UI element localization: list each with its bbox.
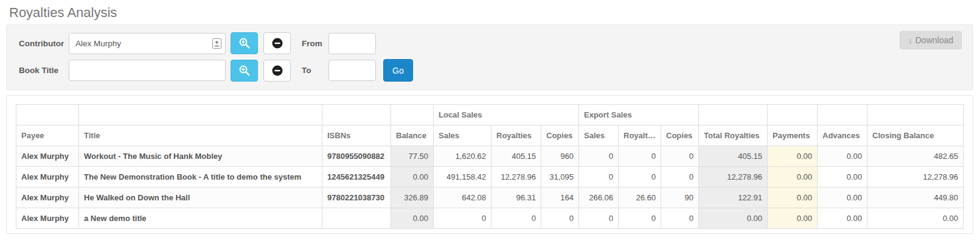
cell-local-copies: 164 bbox=[541, 188, 579, 208]
to-input[interactable] bbox=[328, 60, 376, 81]
cell-title: The New Demonstration Book - A title to … bbox=[79, 167, 322, 188]
table-body: Alex MurphyWorkout - The Music of Hank M… bbox=[16, 146, 964, 229]
cell-title: a New demo title bbox=[79, 208, 322, 229]
cell-total-royalties: 0.00 bbox=[699, 208, 768, 229]
group-header-empty bbox=[322, 105, 391, 125]
col-header-title: Title bbox=[79, 125, 322, 146]
cell-payments: 0.00 bbox=[768, 146, 818, 167]
go-button[interactable]: Go bbox=[383, 59, 413, 82]
filter-panel: Contributor bbox=[6, 24, 973, 90]
book-title-input[interactable] bbox=[69, 60, 226, 81]
cell-closing-balance: 482.65 bbox=[867, 146, 964, 167]
cell-local-copies: 0 bbox=[541, 208, 579, 229]
group-header-empty bbox=[16, 105, 79, 125]
cell-isbns: 9780221038730 bbox=[322, 188, 391, 208]
download-button-label: Download bbox=[916, 35, 953, 45]
group-header-empty bbox=[391, 105, 434, 125]
contact-card-icon[interactable] bbox=[212, 38, 221, 49]
cell-balance: 0.00 bbox=[391, 167, 434, 188]
cell-export-royalties: 26.60 bbox=[619, 188, 661, 208]
from-label: From bbox=[302, 39, 328, 48]
cell-closing-balance: 0.00 bbox=[867, 208, 964, 229]
group-header-empty bbox=[768, 105, 818, 125]
table-row: Alex MurphyWorkout - The Music of Hank M… bbox=[16, 146, 964, 167]
cell-payee: Alex Murphy bbox=[16, 188, 79, 208]
to-label: To bbox=[302, 66, 328, 75]
col-header-payments: Payments bbox=[768, 125, 818, 146]
cell-payee: Alex Murphy bbox=[16, 208, 79, 229]
group-header-local-sales: Local Sales bbox=[434, 105, 579, 125]
book-title-label: Book Title bbox=[19, 66, 69, 75]
cell-total-royalties: 12,278.96 bbox=[699, 167, 768, 188]
cell-closing-balance: 449.80 bbox=[867, 188, 964, 208]
cell-advances: 0.00 bbox=[818, 208, 867, 229]
col-header-local-sales: Sales bbox=[434, 125, 492, 146]
minus-circle-icon bbox=[271, 65, 283, 77]
cell-advances: 0.00 bbox=[818, 167, 867, 188]
cell-title: He Walked on Down the Hall bbox=[79, 188, 322, 208]
cell-isbns: 9780955090882 bbox=[322, 146, 391, 167]
cell-export-sales: 0 bbox=[579, 146, 619, 167]
contributor-remove-button[interactable] bbox=[263, 32, 291, 54]
cell-local-royalties: 405.15 bbox=[492, 146, 541, 167]
cell-closing-balance: 12,278.96 bbox=[867, 167, 964, 188]
royalties-analysis-page: Royalties Analysis Contributor bbox=[0, 0, 980, 246]
table-row: Alex Murphya New demo title0.000000000.0… bbox=[16, 208, 964, 229]
col-header-local-royalties: Royalties bbox=[492, 125, 541, 146]
download-button[interactable]: ↓ Download bbox=[900, 31, 962, 49]
cell-local-sales: 642.08 bbox=[434, 188, 492, 208]
cell-total-royalties: 122.91 bbox=[699, 188, 768, 208]
col-header-isbns: ISBNs bbox=[322, 125, 391, 146]
cell-payments: 0.00 bbox=[768, 208, 818, 229]
cell-local-sales: 0 bbox=[434, 208, 492, 229]
contributor-label: Contributor bbox=[19, 39, 69, 48]
book-title-search-button[interactable] bbox=[231, 60, 258, 82]
cell-local-royalties: 96.31 bbox=[492, 188, 541, 208]
table-row: Alex MurphyHe Walked on Down the Hall978… bbox=[16, 188, 964, 208]
col-header-total-royalties: Total Royalties bbox=[699, 125, 768, 146]
book-title-remove-button[interactable] bbox=[263, 60, 291, 82]
col-header-export-royalties: Royalties bbox=[619, 125, 661, 146]
cell-payee: Alex Murphy bbox=[16, 146, 79, 167]
group-header-row: Local Sales Export Sales bbox=[16, 105, 964, 125]
cell-local-copies: 960 bbox=[541, 146, 579, 167]
column-header-row: Payee Title ISBNs Balance Sales Royaltie… bbox=[16, 125, 964, 146]
contributor-input[interactable] bbox=[69, 33, 226, 54]
cell-balance: 326.89 bbox=[391, 188, 434, 208]
down-arrow-icon: ↓ bbox=[908, 36, 912, 45]
cell-local-copies: 31,095 bbox=[541, 167, 579, 188]
book-title-filter-row: Book Title To Go bbox=[19, 59, 413, 82]
royalties-table-panel: Local Sales Export Sales Payee Title ISB… bbox=[6, 95, 973, 234]
col-header-local-copies: Copies bbox=[541, 125, 579, 146]
cell-local-royalties: 0 bbox=[492, 208, 541, 229]
col-header-export-sales: Sales bbox=[579, 125, 619, 146]
cell-advances: 0.00 bbox=[818, 188, 867, 208]
cell-payments: 0.00 bbox=[768, 188, 818, 208]
group-header-empty bbox=[699, 105, 768, 125]
col-header-balance: Balance bbox=[391, 125, 434, 146]
group-header-empty bbox=[79, 105, 322, 125]
minus-circle-icon bbox=[271, 37, 283, 49]
col-header-export-copies: Copies bbox=[661, 125, 699, 146]
group-header-empty bbox=[867, 105, 964, 125]
cell-export-copies: 90 bbox=[661, 188, 699, 208]
cell-payments: 0.00 bbox=[768, 167, 818, 188]
from-input[interactable] bbox=[328, 33, 376, 54]
contributor-filter-row: Contributor bbox=[19, 32, 376, 54]
cell-export-copies: 0 bbox=[661, 167, 699, 188]
cell-local-royalties: 12,278.96 bbox=[492, 167, 541, 188]
cell-payee: Alex Murphy bbox=[16, 167, 79, 188]
group-header-empty bbox=[818, 105, 867, 125]
cell-isbns: 1245621325449 bbox=[322, 167, 391, 188]
magnifier-plus-icon bbox=[238, 37, 251, 49]
page-title: Royalties Analysis bbox=[9, 5, 117, 21]
col-header-payee: Payee bbox=[16, 125, 79, 146]
cell-advances: 0.00 bbox=[818, 146, 867, 167]
cell-export-sales: 0 bbox=[579, 208, 619, 229]
cell-local-sales: 491,158.42 bbox=[434, 167, 492, 188]
table-row: Alex MurphyThe New Demonstration Book - … bbox=[16, 167, 964, 188]
col-header-closing-balance: Closing Balance bbox=[867, 125, 964, 146]
cell-export-sales: 266.06 bbox=[579, 188, 619, 208]
group-header-export-sales: Export Sales bbox=[579, 105, 699, 125]
contributor-search-button[interactable] bbox=[231, 32, 258, 54]
